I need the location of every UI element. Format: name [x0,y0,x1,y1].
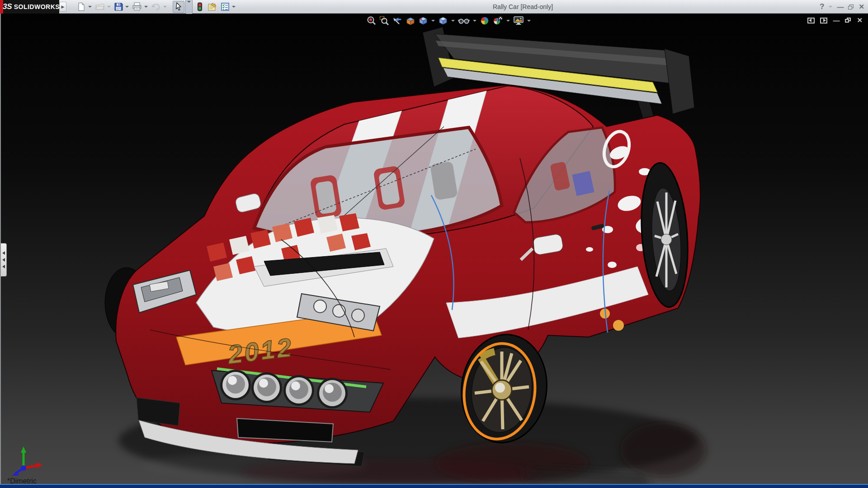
display-style-dropdown[interactable] [451,20,455,22]
section-view-icon[interactable] [404,15,417,26]
options-dropdown[interactable] [232,6,236,8]
restore-document-icon[interactable] [845,18,851,23]
open-icon[interactable] [94,1,106,13]
close-document-icon[interactable]: ✕ [857,16,863,24]
solidworks-logo: 3S SOLIDWORKS [3,0,59,14]
file-properties-icon[interactable] [206,1,218,13]
save-dropdown[interactable] [125,6,129,8]
taskbar-strip[interactable] [0,484,868,488]
undo-dropdown[interactable] [163,6,167,8]
view-orientation-dropdown[interactable] [431,20,435,22]
previous-view-icon[interactable] [391,15,404,26]
close-window-icon[interactable]: ✕ [859,3,864,11]
select-tool-button[interactable] [173,1,184,13]
window-title: Rally Car [Read-only] [493,0,553,14]
hide-show-items-dropdown[interactable] [473,20,476,22]
print-icon[interactable] [131,1,143,13]
apply-scene-icon[interactable] [491,15,505,26]
zoom-to-fit-icon[interactable] [365,15,378,26]
minimize-window-icon[interactable]: — [837,3,844,11]
print-dropdown[interactable] [144,6,148,8]
menu-expand-arrow[interactable]: ▶ [59,2,66,12]
expand-right-pane-icon[interactable] [820,18,827,23]
reference-triad[interactable] [6,445,47,476]
select-dropdown[interactable] [185,0,193,14]
new-document-dropdown[interactable] [88,6,92,8]
headsup-view-toolbar [365,15,533,26]
view-orientation-icon[interactable] [417,15,429,26]
y-axis-arrow [21,446,26,453]
apply-scene-dropdown[interactable] [506,20,510,22]
window-controls: ? — ✕ [820,0,864,14]
restore-window-icon[interactable] [848,5,854,9]
zoom-to-area-icon[interactable] [378,15,391,26]
feature-manager-collapsed-tab[interactable] [1,243,7,277]
view-settings-dropdown[interactable] [527,20,531,22]
title-bar: 3S SOLIDWORKS ▶ [0,0,868,14]
hide-show-items-icon[interactable] [457,15,471,26]
save-icon[interactable] [113,1,124,13]
edit-appearance-icon[interactable] [478,15,491,26]
logo-text: SOLIDWORKS [14,3,60,10]
rebuild-icon[interactable] [196,1,203,13]
x-axis-arrow [36,463,42,468]
minimize-document-icon[interactable]: — [833,17,840,24]
options-icon[interactable] [220,1,231,13]
standard-toolbar [76,0,238,13]
help-icon[interactable]: ? [820,2,824,11]
undo-icon[interactable] [150,1,162,13]
rally-car-model[interactable]: 2012 [105,27,706,487]
model-canvas[interactable]: 2012 [1,14,868,488]
logo-mark: 3S [3,2,12,11]
graphics-viewport[interactable]: — ✕ [0,14,868,488]
display-style-icon[interactable] [437,15,449,26]
help-dropdown[interactable] [829,6,832,8]
view-settings-icon[interactable] [512,15,525,26]
collapse-left-pane-icon[interactable] [807,18,815,23]
document-window-controls: — ✕ [807,16,863,24]
new-document-icon[interactable] [76,1,87,13]
open-dropdown[interactable] [107,6,111,8]
